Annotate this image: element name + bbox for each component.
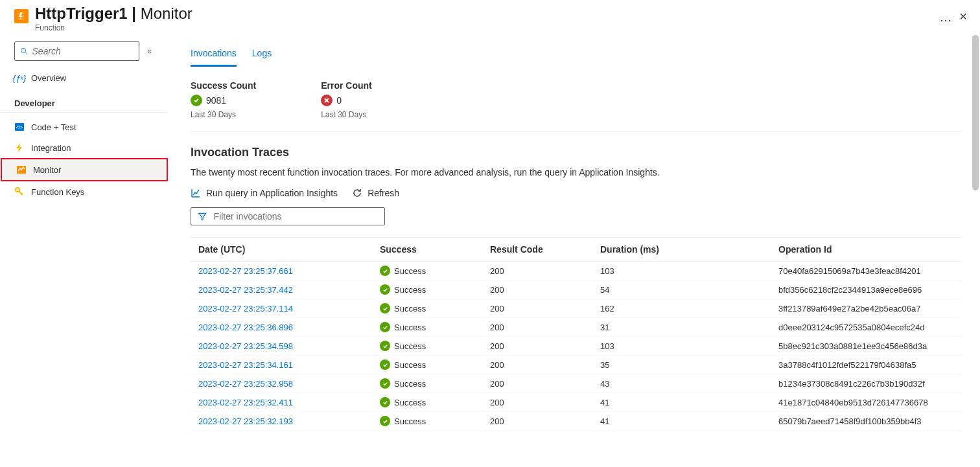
tab-invocations[interactable]: Invocations — [191, 44, 237, 67]
result-code: 200 — [482, 374, 592, 393]
success-check-icon — [380, 284, 390, 295]
invocation-date-link[interactable]: 2023-02-27 23:25:32.193 — [198, 416, 293, 426]
monitor-icon — [16, 165, 27, 175]
invocation-date-link[interactable]: 2023-02-27 23:25:34.598 — [198, 341, 293, 351]
tab-logs[interactable]: Logs — [252, 44, 272, 67]
invocation-date-link[interactable]: 2023-02-27 23:25:34.161 — [198, 360, 293, 370]
success-cell: Success — [380, 322, 474, 332]
col-header-success[interactable]: Success — [372, 238, 482, 262]
function-app-icon — [14, 9, 29, 23]
run-query-button[interactable]: Run query in Application Insights — [191, 187, 338, 199]
stat-error: Error Count 0 Last 30 Days — [321, 80, 372, 119]
col-header-duration[interactable]: Duration (ms) — [592, 238, 771, 262]
table-row: 2023-02-27 23:25:34.598Success2001035b8e… — [191, 337, 962, 356]
success-cell: Success — [380, 378, 474, 389]
success-cell: Success — [380, 341, 474, 351]
operation-id: bfd356c6218cf2c2344913a9ece8e696 — [771, 280, 962, 299]
success-cell: Success — [380, 359, 474, 370]
success-check-icon — [380, 303, 390, 313]
duration: 41 — [592, 393, 771, 412]
sidebar: « {ƒx} Overview Developer </> Code + Tes… — [0, 35, 169, 463]
table-row: 2023-02-27 23:25:37.114Success2001623ff2… — [191, 299, 962, 318]
success-cell: Success — [380, 397, 474, 407]
svg-text:</>: </> — [16, 125, 23, 130]
operation-id: 70e40fa62915069a7b43e3feac8f4201 — [771, 262, 962, 280]
success-cell: Success — [380, 284, 474, 295]
table-row: 2023-02-27 23:25:37.442Success20054bfd35… — [191, 280, 962, 299]
page-subtitle: Function — [35, 23, 929, 32]
scrollbar[interactable] — [972, 35, 979, 463]
result-code: 200 — [482, 356, 592, 374]
function-keys-icon — [14, 187, 25, 197]
more-menu-button[interactable]: ⋯ — [936, 9, 955, 31]
table-row: 2023-02-27 23:25:36.896Success20031d0eee… — [191, 318, 962, 337]
operation-id: 65079b7aeed71458f9df100b359bb4f3 — [771, 412, 962, 431]
error-x-icon — [321, 95, 332, 106]
refresh-button[interactable]: Refresh — [352, 187, 399, 199]
col-header-date[interactable]: Date (UTC) — [191, 238, 372, 262]
search-icon — [20, 47, 29, 56]
integration-icon — [14, 142, 25, 153]
main-content: Invocations Logs Success Count 9081 Last… — [169, 35, 980, 463]
table-row: 2023-02-27 23:25:32.958Success20043b1234… — [191, 374, 962, 393]
invocation-date-link[interactable]: 2023-02-27 23:25:32.958 — [198, 379, 293, 389]
sidebar-section-developer: Developer — [0, 88, 169, 113]
sidebar-item-overview[interactable]: {ƒx} Overview — [0, 67, 169, 88]
success-check-icon — [380, 397, 390, 407]
invocation-traces-title: Invocation Traces — [191, 146, 962, 159]
stat-success-title: Success Count — [191, 80, 256, 91]
filter-input[interactable] — [214, 211, 378, 222]
stat-error-title: Error Count — [321, 80, 372, 91]
search-input[interactable] — [32, 46, 134, 56]
col-header-operation[interactable]: Operation Id — [771, 238, 962, 262]
invocation-date-link[interactable]: 2023-02-27 23:25:37.114 — [198, 304, 293, 313]
tabs: Invocations Logs — [191, 44, 962, 67]
duration: 35 — [592, 356, 771, 374]
invocation-traces-desc: The twenty most recent function invocati… — [191, 167, 962, 177]
operation-id: d0eee203124c9572535a0804ecefc24d — [771, 318, 962, 337]
success-check-icon — [380, 266, 390, 276]
overview-icon: {ƒx} — [14, 73, 25, 83]
filter-input-wrap[interactable] — [191, 207, 385, 225]
success-cell: Success — [380, 266, 474, 276]
success-check-icon — [380, 359, 390, 370]
result-code: 200 — [482, 318, 592, 337]
sidebar-item-function-keys[interactable]: Function Keys — [0, 181, 169, 202]
filter-icon — [198, 211, 207, 222]
duration: 41 — [592, 412, 771, 431]
duration: 103 — [592, 262, 771, 280]
duration: 31 — [592, 318, 771, 337]
operation-id: 5b8ec921c303a0881e1ee3c456e86d3a — [771, 337, 962, 356]
search-input-wrap[interactable] — [14, 41, 139, 61]
success-check-icon — [380, 416, 390, 426]
stat-success: Success Count 9081 Last 30 Days — [191, 80, 256, 119]
success-cell: Success — [380, 303, 474, 313]
operation-id: b1234e37308c8491c226c7b3b190d32f — [771, 374, 962, 393]
invocation-date-link[interactable]: 2023-02-27 23:25:37.442 — [198, 285, 293, 295]
collapse-sidebar-button[interactable]: « — [145, 44, 154, 58]
invocation-traces-table: Date (UTC) Success Result Code Duration … — [191, 237, 962, 431]
result-code: 200 — [482, 337, 592, 356]
operation-id: 3a3788c4f1012fdef522179f04638fa5 — [771, 356, 962, 374]
table-row: 2023-02-27 23:25:32.411Success2004141e18… — [191, 393, 962, 412]
success-check-icon — [380, 378, 390, 389]
close-button[interactable]: × — [955, 9, 971, 24]
result-code: 200 — [482, 262, 592, 280]
sidebar-item-monitor[interactable]: Monitor — [1, 158, 168, 181]
result-code: 200 — [482, 393, 592, 412]
success-check-icon — [380, 341, 390, 351]
success-check-icon — [191, 95, 202, 106]
scrollbar-thumb[interactable] — [972, 35, 979, 190]
duration: 162 — [592, 299, 771, 318]
invocation-date-link[interactable]: 2023-02-27 23:25:32.411 — [198, 398, 293, 407]
col-header-result[interactable]: Result Code — [482, 238, 592, 262]
svg-line-1 — [25, 52, 27, 54]
operation-id: 41e1871c04840eb9513d726147736678 — [771, 393, 962, 412]
sidebar-item-code-test[interactable]: </> Code + Test — [0, 117, 169, 137]
invocation-date-link[interactable]: 2023-02-27 23:25:37.661 — [198, 266, 293, 276]
code-test-icon: </> — [14, 122, 25, 132]
svg-point-0 — [21, 49, 26, 53]
page-title: HttpTrigger1 | Monitor — [35, 5, 929, 22]
invocation-date-link[interactable]: 2023-02-27 23:25:36.896 — [198, 323, 293, 332]
sidebar-item-integration[interactable]: Integration — [0, 137, 169, 158]
